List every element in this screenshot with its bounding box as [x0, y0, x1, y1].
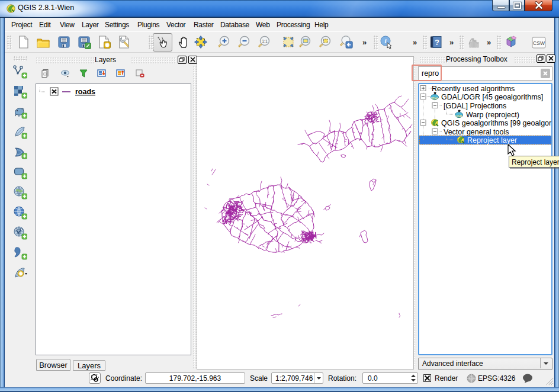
svg-text:GDAL/OGR [45 geoalgorithms]: GDAL/OGR [45 geoalgorithms]: [441, 93, 543, 101]
svg-text:Recently used algorithms: Recently used algorithms: [432, 85, 515, 93]
svg-text:[GDAL] Projections: [GDAL] Projections: [444, 102, 506, 110]
svg-text:QGIS geoalgorithms [99 geoalgo: QGIS geoalgorithms [99 geoalgorit...: [441, 119, 551, 127]
svg-text:GDAL: GDAL: [455, 115, 463, 118]
svg-text:Vector general tools: Vector general tools: [444, 128, 509, 136]
svg-text:Warp (reproject): Warp (reproject): [466, 111, 519, 119]
svg-text:1:1: 1:1: [262, 39, 268, 43]
svg-text:Reproject layer: Reproject layer: [467, 136, 517, 144]
svg-text:CSW: CSW: [533, 40, 545, 46]
svg-text:?: ?: [435, 38, 439, 47]
svg-text:roads: roads: [75, 88, 95, 96]
svg-text:GDAL: GDAL: [431, 97, 439, 100]
